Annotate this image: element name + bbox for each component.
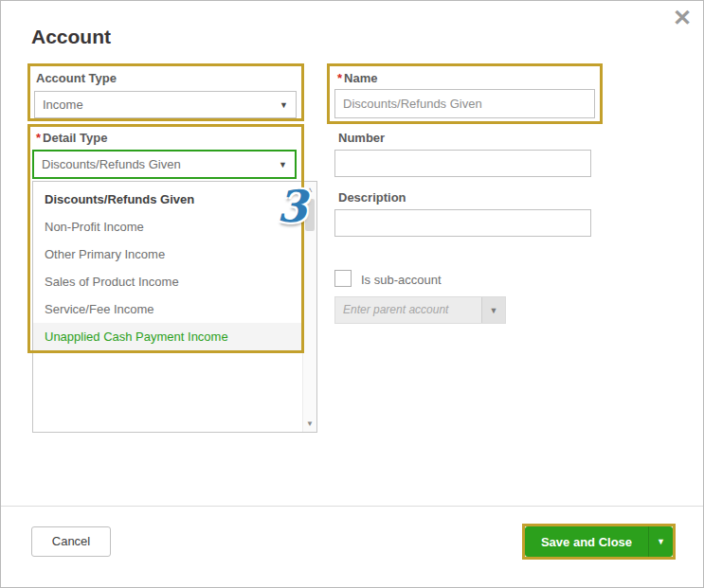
detail-type-dropdown-list: Discounts/Refunds Given Non-Profit Incom… [32, 181, 317, 433]
number-label: Number [338, 131, 385, 145]
detail-type-options: Discounts/Refunds Given Non-Profit Incom… [33, 186, 301, 350]
parent-account-field: Enter parent account ▼ [334, 296, 506, 324]
option-sales-of-product-income[interactable]: Sales of Product Income [33, 268, 301, 295]
account-dialog: Account ✕ Account Type Income ▼ *Detail … [0, 0, 704, 588]
option-non-profit-income[interactable]: Non-Profit Income [33, 213, 301, 241]
parent-account-dropdown-button[interactable]: ▼ [481, 297, 505, 323]
detail-type-label: *Detail Type [36, 131, 107, 145]
sub-account-label: Is sub-account [361, 273, 442, 287]
detail-type-value: Discounts/Refunds Given [42, 157, 279, 171]
required-asterisk: * [337, 71, 342, 85]
chevron-down-icon[interactable]: ▼ [648, 526, 673, 557]
option-other-primary-income[interactable]: Other Primary Income [33, 241, 301, 268]
name-input[interactable] [334, 89, 595, 118]
description-input[interactable] [334, 209, 591, 237]
close-icon[interactable]: ✕ [673, 7, 692, 29]
step-number-annotation: 3 [277, 181, 307, 232]
parent-account-input[interactable]: Enter parent account [335, 297, 481, 323]
number-input[interactable] [334, 150, 591, 177]
account-type-select[interactable]: Income ▼ [34, 91, 297, 118]
cancel-button[interactable]: Cancel [31, 526, 111, 557]
option-discounts-refunds-given[interactable]: Discounts/Refunds Given [33, 186, 301, 213]
scroll-down-icon[interactable]: ▼ [303, 419, 316, 428]
option-service-fee-income[interactable]: Service/Fee Income [33, 295, 301, 323]
name-label-text: Name [344, 71, 377, 85]
chevron-down-icon: ▼ [490, 306, 498, 315]
required-asterisk: * [36, 131, 41, 145]
save-button-label: Save and Close [525, 535, 648, 549]
description-label: Description [338, 190, 406, 205]
account-type-label: Account Type [36, 71, 117, 85]
detail-type-select[interactable]: Discounts/Refunds Given ▼ [32, 150, 297, 179]
save-and-close-button[interactable]: Save and Close ▼ [525, 526, 673, 557]
name-label: *Name [337, 71, 377, 85]
account-type-value: Income [43, 98, 280, 112]
sub-account-checkbox[interactable] [334, 270, 352, 287]
detail-type-label-text: Detail Type [43, 131, 107, 145]
footer-divider [1, 506, 703, 507]
chevron-down-icon: ▼ [279, 160, 287, 169]
dialog-title: Account [31, 26, 111, 48]
chevron-down-icon: ▼ [280, 100, 288, 110]
option-unapplied-cash-payment-income[interactable]: Unapplied Cash Payment Income [33, 323, 301, 350]
